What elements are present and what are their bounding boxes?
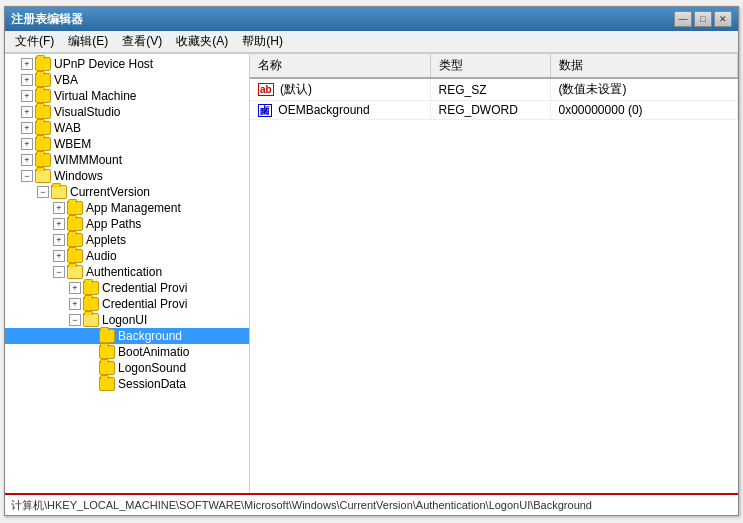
label-app-management: App Management [86,201,181,215]
tree-node-authentication[interactable]: − Authentication [5,264,249,280]
expand-cred-prov2[interactable]: + [69,298,81,310]
tree-node-logonsound[interactable]: LogonSound [5,360,249,376]
minimize-button[interactable]: — [674,11,692,27]
menu-favorites[interactable]: 收藏夹(A) [170,31,234,52]
folder-icon-wbem [35,137,51,151]
title-bar: 注册表编辑器 — □ ✕ [5,7,738,31]
expand-upnp[interactable]: + [21,58,33,70]
tree-node-wbem[interactable]: + WBEM [5,136,249,152]
folder-icon-windows [35,169,51,183]
expand-current-version[interactable]: − [37,186,49,198]
expand-cred-prov1[interactable]: + [69,282,81,294]
tree-node-sessiondata[interactable]: SessionData [5,376,249,392]
cell-name-oembg: 鹵 OEMBackground [250,101,430,120]
tree-node-current-version[interactable]: − CurrentVersion [5,184,249,200]
folder-icon-sessiondata [99,377,115,391]
tree-node-cred-prov2[interactable]: + Credential Provi [5,296,249,312]
registry-panel[interactable]: 名称 类型 数据 ab (默认) REG_SZ (数值未设置) [250,54,738,493]
menu-view[interactable]: 查看(V) [116,31,168,52]
menu-file[interactable]: 文件(F) [9,31,60,52]
label-background: Background [118,329,182,343]
expand-app-paths[interactable]: + [53,218,65,230]
ab-icon: ab [258,83,274,96]
tree-node-wab[interactable]: + WAB [5,120,249,136]
expand-applets[interactable]: + [53,234,65,246]
expand-wbem[interactable]: + [21,138,33,150]
label-wab: WAB [54,121,81,135]
folder-icon-cred-prov2 [83,297,99,311]
status-text: 计算机\HKEY_LOCAL_MACHINE\SOFTWARE\Microsof… [11,498,592,513]
table-row[interactable]: 鹵 OEMBackground REG_DWORD 0x00000000 (0) [250,101,738,120]
label-cred-prov2: Credential Provi [102,297,187,311]
table-row[interactable]: ab (默认) REG_SZ (数值未设置) [250,78,738,101]
folder-icon-wab [35,121,51,135]
folder-icon-logonsound [99,361,115,375]
tree-container[interactable]: + UPnP Device Host + VBA + Virtual Machi… [5,54,249,493]
col-name[interactable]: 名称 [250,54,430,78]
folder-icon-virtual-machine [35,89,51,103]
tree-node-visual-studio[interactable]: + VisualStudio [5,104,249,120]
folder-icon-app-paths [67,217,83,231]
tree-node-virtual-machine[interactable]: + Virtual Machine [5,88,249,104]
close-button[interactable]: ✕ [714,11,732,27]
label-cred-prov1: Credential Provi [102,281,187,295]
expand-virtual-machine[interactable]: + [21,90,33,102]
tree-node-bootanimation[interactable]: BootAnimatio [5,344,249,360]
expand-audio[interactable]: + [53,250,65,262]
label-app-paths: App Paths [86,217,141,231]
folder-icon-cred-prov1 [83,281,99,295]
tree-node-app-management[interactable]: + App Management [5,200,249,216]
folder-icon-vba [35,73,51,87]
title-controls: — □ ✕ [674,11,732,27]
tree-node-cred-prov1[interactable]: + Credential Provi [5,280,249,296]
folder-icon-current-version [51,185,67,199]
tree-panel: + UPnP Device Host + VBA + Virtual Machi… [5,54,250,493]
maximize-button[interactable]: □ [694,11,712,27]
tree-node-audio[interactable]: + Audio [5,248,249,264]
folder-icon-app-management [67,201,83,215]
label-windows: Windows [54,169,103,183]
folder-icon-visual-studio [35,105,51,119]
expand-wimmount[interactable]: + [21,154,33,166]
label-wimmount: WIMMMount [54,153,122,167]
tree-node-app-paths[interactable]: + App Paths [5,216,249,232]
tree-node-vba[interactable]: + VBA [5,72,249,88]
menu-bar: 文件(F) 编辑(E) 查看(V) 收藏夹(A) 帮助(H) [5,31,738,53]
expand-logonui[interactable]: − [69,314,81,326]
folder-icon-applets [67,233,83,247]
menu-help[interactable]: 帮助(H) [236,31,289,52]
expand-app-management[interactable]: + [53,202,65,214]
folder-icon-background [99,329,115,343]
menu-edit[interactable]: 编辑(E) [62,31,114,52]
expand-visual-studio[interactable]: + [21,106,33,118]
label-virtual-machine: Virtual Machine [54,89,137,103]
label-applets: Applets [86,233,126,247]
tree-node-wimmount[interactable]: + WIMMMount [5,152,249,168]
tree-node-logonui[interactable]: − LogonUI [5,312,249,328]
label-audio: Audio [86,249,117,263]
tree-node-background[interactable]: Background [5,328,249,344]
label-vba: VBA [54,73,78,87]
col-type[interactable]: 类型 [430,54,550,78]
expand-authentication[interactable]: − [53,266,65,278]
label-upnp: UPnP Device Host [54,57,153,71]
main-content: + UPnP Device Host + VBA + Virtual Machi… [5,53,738,493]
col-data[interactable]: 数据 [550,54,738,78]
folder-icon-logonui [83,313,99,327]
label-sessiondata: SessionData [118,377,186,391]
expand-vba[interactable]: + [21,74,33,86]
label-logonui: LogonUI [102,313,147,327]
status-bar: 计算机\HKEY_LOCAL_MACHINE\SOFTWARE\Microsof… [5,493,738,515]
folder-icon-wimmount [35,153,51,167]
tree-node-windows[interactable]: − Windows [5,168,249,184]
tree-node-upnp[interactable]: + UPnP Device Host [5,56,249,72]
registry-table: 名称 类型 数据 ab (默认) REG_SZ (数值未设置) [250,54,738,120]
cell-name-default: ab (默认) [250,78,430,101]
expand-wab[interactable]: + [21,122,33,134]
folder-icon-upnp [35,57,51,71]
label-visual-studio: VisualStudio [54,105,121,119]
cell-data-default: (数值未设置) [550,78,738,101]
window-title: 注册表编辑器 [11,11,83,28]
expand-windows[interactable]: − [21,170,33,182]
tree-node-applets[interactable]: + Applets [5,232,249,248]
